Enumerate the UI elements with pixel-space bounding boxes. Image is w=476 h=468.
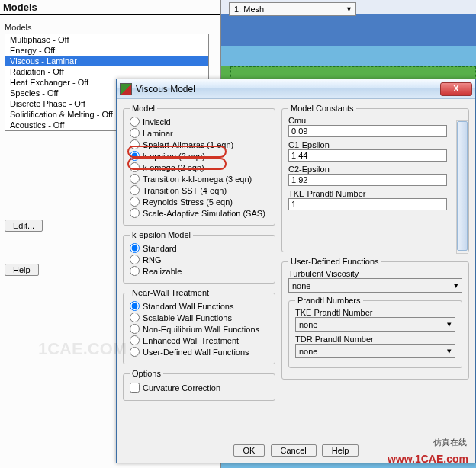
mc-legend: Model Constants	[288, 104, 356, 113]
scroll-thumb[interactable]	[457, 121, 468, 251]
models-sublabel: Models	[0, 15, 220, 34]
turb-visc-label: Turbulent Viscosity	[288, 269, 462, 278]
radio-spalart[interactable]: Spalart-Allmaras (1 eqn)	[130, 139, 269, 150]
pn-legend: Prandtl Numbers	[295, 296, 363, 305]
radio-ke-standard[interactable]: Standard	[130, 242, 269, 254]
radio-nwt-standard[interactable]: Standard Wall Functions	[130, 300, 269, 312]
prandtl-numbers-group: Prandtl Numbers TKE Prandtl Number none …	[288, 296, 462, 368]
radio-nwt-enhanced[interactable]: Enhanced Wall Treatment	[130, 335, 269, 346]
model-group: Model Inviscid Laminar Spalart-Allmaras …	[123, 104, 275, 226]
panel-title: Models	[0, 0, 220, 15]
radio-trans-kklomega[interactable]: Transition k-kl-omega (3 eqn)	[130, 173, 269, 184]
dropdown-value: 1: Mesh	[234, 5, 264, 14]
tke-pn-label: TKE Prandtl Number	[295, 308, 455, 317]
title-bar: Viscous Model X	[117, 79, 475, 99]
edit-button[interactable]: Edit...	[5, 220, 43, 232]
radio-ke-rng[interactable]: RNG	[130, 254, 269, 265]
radio-sas[interactable]: Scale-Adaptive Simulation (SAS)	[130, 207, 269, 219]
ok-button[interactable]: OK	[233, 444, 265, 457]
radio-kepsilon[interactable]: k-epsilon (2 eqn)	[130, 150, 269, 162]
radio-komega[interactable]: k-omega (2 eqn)	[130, 162, 269, 173]
udf-legend: User-Defined Functions	[288, 257, 381, 266]
ke-legend: k-epsilon Model	[130, 230, 193, 239]
radio-nwt-userdef[interactable]: User-Defined Wall Functions	[130, 346, 269, 357]
model-constants-group: Model Constants Cmu C1-Epsilon C2-Epsilo…	[281, 104, 469, 252]
c2e-label: C2-Epsilon	[288, 165, 447, 174]
tdr-pn-select[interactable]: none ▾	[295, 344, 455, 358]
view-dropdown[interactable]: 1: Mesh ▼	[229, 2, 356, 16]
turb-visc-select[interactable]: none ▾	[288, 278, 462, 293]
c2e-input[interactable]	[288, 174, 447, 186]
checkbox-curvature[interactable]: Curvature Correction	[130, 381, 269, 394]
opt-legend: Options	[130, 369, 163, 378]
dialog-title: Viscous Model	[136, 84, 195, 95]
tkepr-label: TKE Prandtl Number	[288, 189, 447, 198]
radio-laminar[interactable]: Laminar	[130, 127, 269, 139]
dialog-footer: OK Cancel Help	[117, 444, 475, 457]
scrollbar[interactable]	[456, 120, 468, 254]
chevron-down-icon: ▾	[447, 319, 452, 329]
tkepr-input[interactable]	[288, 198, 447, 210]
kepsilon-model-group: k-epsilon Model Standard RNG Realizable	[123, 230, 275, 284]
viscous-model-dialog: Viscous Model X Model Inviscid Laminar S…	[116, 79, 476, 463]
chevron-down-icon: ▼	[346, 5, 352, 13]
help-button[interactable]: Help	[5, 264, 39, 276]
cancel-button[interactable]: Cancel	[271, 444, 317, 457]
tdr-pn-label: TDR Prandtl Number	[295, 335, 455, 344]
radio-nwt-scalable[interactable]: Scalable Wall Functions	[130, 312, 269, 323]
close-button[interactable]: X	[440, 82, 472, 96]
radio-reynolds-stress[interactable]: Reynolds Stress (5 eqn)	[130, 196, 269, 207]
cmu-input[interactable]	[288, 125, 447, 137]
model-legend: Model	[130, 104, 157, 113]
list-item[interactable]: Radiation - Off	[5, 66, 208, 77]
udf-group: User-Defined Functions Turbulent Viscosi…	[281, 257, 469, 380]
radio-ke-realizable[interactable]: Realizable	[130, 265, 269, 277]
dialog-help-button[interactable]: Help	[322, 444, 359, 457]
chevron-down-icon: ▾	[447, 346, 452, 356]
radio-inviscid[interactable]: Inviscid	[130, 116, 269, 127]
c1e-label: C1-Epsilon	[288, 140, 447, 149]
chevron-down-icon: ▾	[454, 280, 458, 290]
cmu-label: Cmu	[288, 116, 447, 125]
list-item[interactable]: Viscous - Laminar	[5, 56, 208, 66]
tke-pn-select[interactable]: none ▾	[295, 317, 455, 332]
list-item[interactable]: Multiphase - Off	[5, 34, 208, 45]
nwt-legend: Near-Wall Treatment	[130, 288, 211, 297]
list-item[interactable]: Energy - Off	[5, 45, 208, 56]
radio-nwt-noneq[interactable]: Non-Equilibrium Wall Functions	[130, 323, 269, 335]
c1e-input[interactable]	[288, 149, 447, 162]
app-icon	[120, 83, 132, 95]
options-group: Options Curvature Correction	[123, 369, 275, 401]
near-wall-group: Near-Wall Treatment Standard Wall Functi…	[123, 288, 275, 364]
radio-trans-sst[interactable]: Transition SST (4 eqn)	[130, 184, 269, 196]
